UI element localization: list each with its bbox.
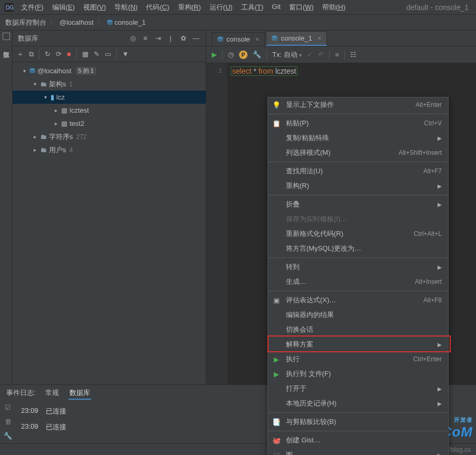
menu-item[interactable]: 列选择模式(M)Alt+Shift+Insert (268, 145, 448, 160)
hide-icon[interactable]: — (191, 34, 201, 42)
expand-icon[interactable]: ≡ (141, 34, 150, 42)
menu-item[interactable]: 重构(R)▶ (268, 179, 448, 193)
menu-shortcut: Alt+Shift+Insert (399, 149, 442, 156)
close-icon[interactable]: × (255, 35, 260, 43)
database-tree[interactable]: ▾⛃@localhost5 的 1▾🖿架构s1▾▮lcz▸▦lcztest▸▦t… (13, 62, 206, 384)
rollback-icon[interactable]: ↶ (318, 51, 324, 58)
breadcrumb-item[interactable]: ⛃ console_1 (107, 18, 146, 26)
target-icon[interactable]: ◎ (128, 34, 137, 42)
menu-label: 切换会话 (286, 325, 442, 334)
menu-帮助[interactable]: 帮助(H) (319, 2, 349, 13)
duplicate-icon[interactable]: ⧉ (29, 50, 34, 58)
ddl-icon[interactable]: ▭ (105, 50, 111, 58)
menu-item[interactable]: 查找用法(U)Alt+F7 (268, 164, 448, 179)
menu-item[interactable]: 📑与剪贴板比较(B) (268, 414, 448, 429)
chevron-icon[interactable]: ▾ (32, 81, 38, 87)
menu-代码[interactable]: 代码(C) (143, 2, 172, 13)
stop-query-icon[interactable]: ■ (335, 51, 339, 58)
run-icon[interactable]: ▶ (212, 51, 217, 58)
menu-item[interactable]: 💡显示上下文操作Alt+Enter (268, 97, 448, 112)
menu-item[interactable]: 打开于▶ (268, 381, 448, 396)
tree-row[interactable]: ▸▦lcztest (13, 104, 206, 117)
side-tab-label[interactable]: 数据库 (2, 43, 11, 50)
settings-icon[interactable]: ✿ (178, 34, 188, 42)
stop-icon[interactable]: ■ (67, 50, 71, 58)
chevron-icon[interactable]: ▾ (21, 68, 27, 74)
menu-重构[interactable]: 重构(R) (175, 2, 204, 13)
tree-row[interactable]: ▸🖿用户s4 (13, 143, 206, 156)
menu-item[interactable]: 复制/粘贴特殊▶ (268, 131, 448, 145)
breadcrumb-item[interactable]: @localhost (60, 18, 94, 26)
menu-item[interactable]: 本地历史记录(H)▶ (268, 396, 448, 411)
add-icon[interactable]: ＋ (17, 50, 24, 59)
menu-item[interactable]: ▶执行到 文件(F) (268, 367, 448, 381)
history-icon[interactable]: ◷ (228, 51, 234, 58)
database-tool-icon[interactable] (3, 33, 10, 40)
menu-label: 将方言(MySQL)更改为… (286, 244, 442, 253)
wrench-icon[interactable]: 🔧 (4, 432, 12, 440)
menu-label: 复制/粘贴特殊 (286, 133, 432, 143)
editor-tab[interactable]: ⛃console_1× (266, 31, 327, 46)
chevron-icon[interactable]: ▾ (42, 94, 48, 100)
menu-item[interactable]: ▣评估表达式(X)…Alt+F8 (268, 293, 448, 308)
filter-icon[interactable]: ▼ (122, 50, 129, 58)
menu-item[interactable]: 生成…Alt+Insert (268, 274, 448, 289)
menu-item[interactable]: 重新格式化代码(R)Ctrl+Alt+L (268, 226, 448, 241)
menu-separator (268, 258, 448, 258)
chevron-icon[interactable]: ▸ (32, 147, 38, 153)
tree-row[interactable]: ▾▮lcz (13, 91, 206, 104)
context-menu[interactable]: 💡显示上下文操作Alt+Enter📋粘贴(P)Ctrl+V复制/粘贴特殊▶列选择… (267, 97, 449, 455)
breadcrumb-item[interactable]: 数据库控制台 (5, 18, 46, 27)
menu-item[interactable]: ⬚图▶ (268, 448, 448, 455)
menu-item[interactable]: 编辑器内的结果 (268, 308, 448, 322)
menu-视图[interactable]: 视图(V) (80, 2, 109, 13)
menu-item[interactable]: 解释方案▶ (268, 337, 448, 352)
menu-label: 转到 (286, 262, 432, 272)
table-icon[interactable]: ▦ (82, 50, 88, 58)
tree-row[interactable]: ▾⛃@localhost5 的 1 (13, 64, 206, 77)
menu-item[interactable]: 📋粘贴(P)Ctrl+V (268, 116, 448, 131)
chevron-icon[interactable]: ▸ (53, 121, 59, 126)
bottom-tab[interactable]: 常规 (44, 387, 60, 399)
menu-shortcut: Alt+Enter (415, 101, 442, 108)
tab-label: console_1 (281, 34, 312, 42)
menu-运行[interactable]: 运行(U) (206, 2, 236, 13)
chevron-icon[interactable]: ▸ (32, 134, 38, 140)
play-icon: ▶ (272, 370, 281, 378)
menu-item[interactable]: 将方言(MySQL)更改为… (268, 241, 448, 256)
menu-item[interactable]: ▶执行Ctrl+Enter (268, 352, 448, 367)
menu-导航[interactable]: 导航(N) (111, 2, 141, 13)
menu-label: 与剪贴板比较(B) (286, 417, 442, 427)
menu-item[interactable]: 转到▶ (268, 260, 448, 274)
wrench-icon[interactable]: 🔧 (253, 51, 261, 58)
submenu-arrow-icon: ▶ (438, 183, 442, 189)
tx-mode-dropdown[interactable]: Tx: 自动 ▾ (272, 50, 302, 60)
editor-tab[interactable]: ⛃console× (212, 32, 265, 46)
tree-row[interactable]: ▾🖿架构s1 (13, 77, 206, 91)
menu-Git[interactable]: Git (269, 2, 284, 13)
tree-label: 架构s (49, 80, 66, 89)
menu-item[interactable]: 🐙创建 Gist… (268, 433, 448, 448)
edit-icon[interactable]: ✎ (94, 50, 100, 58)
trash-icon[interactable]: 🗑 (5, 418, 12, 426)
console-icon: ⛃ (107, 18, 113, 26)
commit-icon[interactable]: ✓ (307, 51, 313, 58)
collapse-icon[interactable]: ⇥ (153, 34, 163, 42)
tree-row[interactable]: ▸▦test2 (13, 117, 206, 130)
menu-item[interactable]: 折叠▶ (268, 197, 448, 212)
profile-icon[interactable]: P (239, 51, 247, 59)
menu-工具[interactable]: 工具(T) (238, 2, 267, 13)
menu-编辑[interactable]: 编辑(E) (49, 2, 78, 13)
menu-item[interactable]: 切换会话 (268, 322, 448, 337)
layout-icon[interactable]: ☷ (350, 51, 356, 58)
close-icon[interactable]: × (318, 34, 322, 42)
tree-row[interactable]: ▸🖿字符序s272 (13, 130, 206, 143)
separator (222, 50, 223, 60)
chevron-icon[interactable]: ▸ (53, 107, 59, 113)
bottom-tab[interactable]: 数据库 (68, 387, 91, 400)
checklist-icon[interactable]: ☑ (5, 403, 11, 411)
menu-文件[interactable]: 文件(F) (18, 2, 47, 13)
refresh-icon[interactable]: ↻ (45, 50, 51, 58)
sync-icon[interactable]: ⟳ (56, 50, 62, 58)
menu-窗口[interactable]: 窗口(W) (286, 2, 317, 13)
